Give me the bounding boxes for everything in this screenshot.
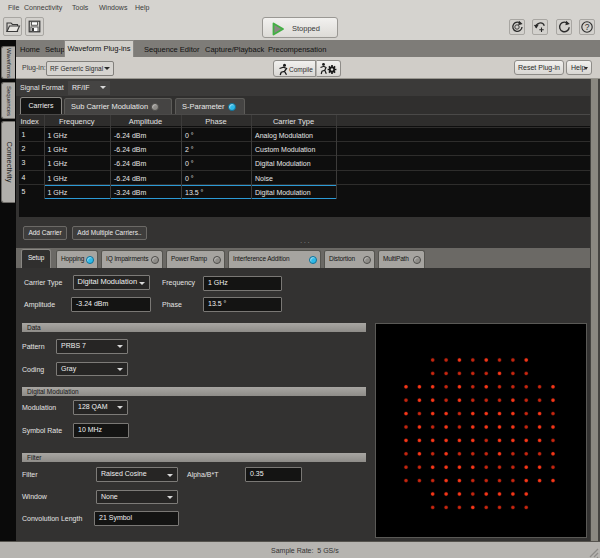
svg-text:?: ? (585, 22, 590, 32)
